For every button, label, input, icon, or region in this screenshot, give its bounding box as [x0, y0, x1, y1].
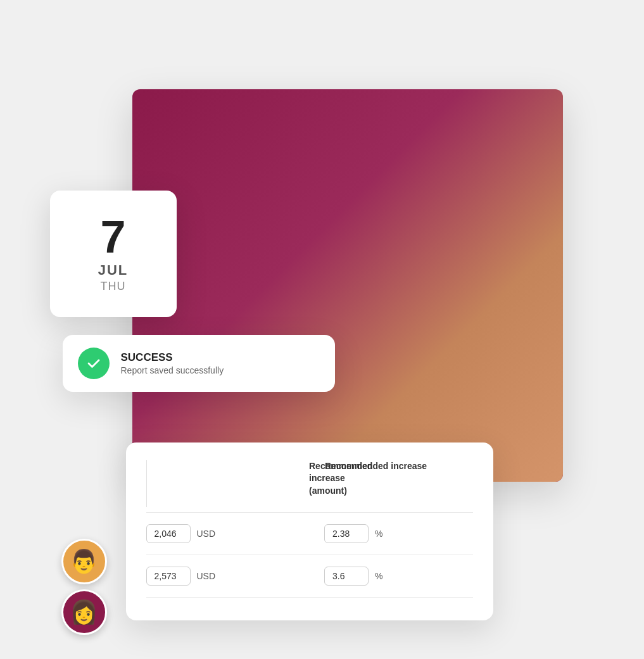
- row1-amount-unit: USD: [197, 529, 216, 539]
- table-row-2-col1: 2,573 USD: [146, 560, 310, 592]
- calendar-weekday: THU: [101, 280, 126, 293]
- browser-content: [132, 113, 563, 482]
- table-grid: Recommended increase (amount) Recommende…: [146, 460, 473, 603]
- row-divider-3: [146, 597, 473, 598]
- col-divider: [146, 460, 147, 508]
- table-card: Recommended increase (amount) Recommende…: [126, 442, 493, 621]
- avatar-1: 👨: [61, 539, 107, 584]
- person-image: [132, 89, 563, 482]
- browser-window: [132, 89, 563, 482]
- row2-amount-unit: USD: [197, 571, 216, 581]
- success-message: Report saved successfully: [121, 365, 224, 375]
- avatar-1-face: 👨: [63, 541, 105, 582]
- scene: 7 JUL THU SUCCESS Report saved successfu…: [50, 39, 595, 621]
- row2-percent-value[interactable]: 3.6: [324, 567, 369, 586]
- calendar-month: JUL: [98, 262, 129, 279]
- table-row-1-col1: 2,046 USD: [146, 518, 310, 549]
- success-text-group: SUCCESS Report saved successfully: [121, 351, 224, 375]
- row-divider-2: [146, 555, 473, 555]
- row2-amount-value[interactable]: 2,573: [146, 567, 191, 586]
- success-icon-container: [78, 348, 110, 379]
- table-row-2-col2: 3.6 %: [309, 560, 324, 592]
- checkmark-icon: [85, 355, 102, 372]
- row1-amount-value[interactable]: 2,046: [146, 524, 191, 543]
- table-row-1-col2: 2.38 %: [309, 518, 324, 549]
- success-notification-card: SUCCESS Report saved successfully: [63, 335, 335, 392]
- avatar-2: 👩: [61, 589, 107, 635]
- success-title: SUCCESS: [121, 351, 224, 364]
- row-divider-1: [146, 512, 473, 513]
- avatar-2-face: 👩: [63, 591, 105, 633]
- calendar-card: 7 JUL THU: [50, 191, 177, 317]
- row2-percent-unit: %: [375, 571, 382, 581]
- row1-percent-value[interactable]: 2.38: [324, 524, 369, 543]
- avatar-group: 👨 👩: [61, 539, 107, 635]
- row1-percent-unit: %: [375, 529, 382, 539]
- calendar-day: 7: [100, 214, 125, 260]
- col2-header: Recommended increase: [310, 460, 473, 508]
